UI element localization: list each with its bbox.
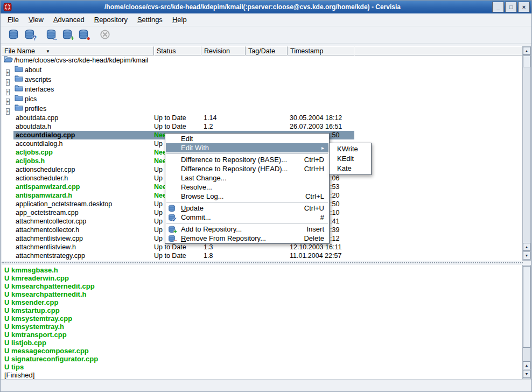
maximize-button[interactable]: □ xyxy=(505,2,517,12)
context-menu-item-difference-to-repository-base[interactable]: Difference to Repository (BASE)...Ctrl+D xyxy=(166,155,328,164)
column-header-revision[interactable]: Revision xyxy=(201,46,246,55)
context-menu-item-remove-from-repository[interactable]: −Remove From Repository...Delete xyxy=(166,234,328,243)
menu-item-label: Edit With xyxy=(181,144,318,152)
context-menu-item-difference-to-repository-head[interactable]: Difference to Repository (HEAD)...Ctrl+H xyxy=(166,164,328,173)
submenu-item-kate[interactable]: Kate xyxy=(330,164,371,173)
context-menu-item-edit-with[interactable]: Edit With▸ xyxy=(166,143,328,152)
menubar-item-help[interactable]: Help xyxy=(167,14,192,25)
table-row-aboutdata-cpp[interactable]: aboutdata.cppUp to Date1.1430.05.2004 18… xyxy=(2,114,523,122)
title-bar[interactable]: /home/cloose/cvs-src/kde-head/kdepim/kma… xyxy=(1,1,531,13)
file-name: aboutdata.cpp xyxy=(16,114,58,122)
column-header-file-name[interactable]: File Name▼ xyxy=(2,46,154,55)
toolbar-button-4[interactable]: ● xyxy=(76,27,91,42)
menubar-item-repository[interactable]: Repository xyxy=(89,14,132,25)
toolbar-button-1[interactable]: ? xyxy=(22,27,37,42)
output-line: U kmstartup.cpp xyxy=(4,306,523,314)
menubar-item-file[interactable]: File xyxy=(3,14,24,25)
file-timestamp-fragment: :53 xyxy=(330,183,339,191)
file-timestamp-fragment: :41 xyxy=(330,217,339,226)
file-status: Up to Date xyxy=(154,122,186,131)
menubar-item-settings[interactable]: Settings xyxy=(132,14,167,25)
folder-row-avscripts[interactable]: +avscripts xyxy=(2,75,523,85)
tree-scrollbar[interactable]: ▲ ▲ ▼ xyxy=(522,46,531,261)
menu-shortcut: Delete xyxy=(304,234,324,242)
folder-row-pics[interactable]: +pics xyxy=(2,94,523,104)
icon-badge: ? xyxy=(33,35,37,41)
add-icon: + xyxy=(62,29,73,40)
toolbar-button-2[interactable]: → xyxy=(44,27,59,42)
output-line: U kmsystemtray.cpp xyxy=(4,314,523,323)
output-scrollbar[interactable]: ▲ ▼ xyxy=(522,265,531,379)
file-status: Up xyxy=(154,139,163,148)
scroll-down-icon[interactable]: ▼ xyxy=(523,370,530,378)
cervisia-window: /home/cloose/cvs-src/kde-head/kdepim/kma… xyxy=(0,0,532,392)
panel-splitter[interactable] xyxy=(1,261,532,265)
table-row-attachmentstrategy-cpp[interactable]: attachmentstrategy.cppUp to Date1.811.01… xyxy=(2,251,523,260)
icon-badge: − xyxy=(173,237,177,244)
scrollbar-thumb[interactable] xyxy=(523,55,530,67)
minimize-button[interactable]: _ xyxy=(492,2,504,12)
checkout-icon xyxy=(8,29,19,40)
output-line: U tips xyxy=(4,363,523,371)
menubar-item-view[interactable]: View xyxy=(24,14,48,25)
output-line: U kmtransport.cpp xyxy=(4,331,523,339)
tree-root-row[interactable]: /home/cloose/cvs-src/kde-head/kdepim/kma… xyxy=(2,55,523,65)
scrollbar-thumb[interactable] xyxy=(523,266,530,348)
folder-row-profiles[interactable]: +profiles xyxy=(2,104,523,114)
toolbar-button-5 xyxy=(97,27,113,42)
column-header-timestamp[interactable]: Timestamp xyxy=(288,46,354,55)
scroll-up-icon[interactable]: ▲ xyxy=(523,243,530,251)
output-line: U kmmsgbase.h xyxy=(4,266,523,274)
column-header-status[interactable]: Status xyxy=(154,46,201,55)
folder-row-interfaces[interactable]: +interfaces xyxy=(2,85,523,94)
close-button[interactable]: × xyxy=(518,2,530,12)
file-timestamp-fragment: :10 xyxy=(330,208,339,217)
file-status: Up to Date xyxy=(154,251,186,260)
file-status: Up xyxy=(154,174,163,183)
file-name: antispamwizard.h xyxy=(16,191,72,200)
folder-name: pics xyxy=(25,94,37,104)
output-line: U signatureconfigurator.cpp xyxy=(4,355,523,363)
scroll-down-icon[interactable]: ▼ xyxy=(523,251,530,260)
cvs-output-panel[interactable]: U kmmsgbase.hU kmreaderwin.cppU kmsearch… xyxy=(2,265,523,379)
context-menu-item-last-change[interactable]: Last Change... xyxy=(166,173,328,183)
file-timestamp-fragment: :06 xyxy=(330,174,339,183)
menu-shortcut: # xyxy=(320,213,324,221)
remove-icon: − xyxy=(168,235,181,242)
add-icon: + xyxy=(168,226,176,233)
file-status: Up xyxy=(154,226,163,234)
menu-separator xyxy=(166,202,328,202)
column-header-tag-date[interactable]: Tag/Date xyxy=(246,46,288,55)
file-timestamp-fragment: :39 xyxy=(330,226,339,234)
submenu-item-kedit[interactable]: KEdit xyxy=(330,154,371,164)
scroll-up-icon[interactable]: ▲ xyxy=(523,47,530,55)
context-menu-item-browse-log[interactable]: Browse Log...Ctrl+L xyxy=(166,192,328,201)
context-menu-item-add-to-repository[interactable]: +Add to Repository...Insert xyxy=(166,225,328,234)
file-name: application_octetstream.desktop xyxy=(16,200,112,208)
context-menu-item-update[interactable]: UpdateCtrl+U xyxy=(166,204,328,213)
column-header-label: Tag/Date xyxy=(248,47,275,55)
context-menu-item-resolve[interactable]: Resolve... xyxy=(166,183,328,192)
menubar-item-advanced[interactable]: Advanced xyxy=(48,14,89,25)
sort-indicator-icon: ▼ xyxy=(46,49,50,54)
context-menu-item-commit[interactable]: ✓Commit...# xyxy=(166,213,328,222)
table-row-aboutdata-h[interactable]: aboutdata.hUp to Date1.226.07.2003 16:51 xyxy=(2,122,523,131)
file-name: antispamwizard.cpp xyxy=(16,183,80,191)
file-timestamp: 11.01.2004 22:57 xyxy=(290,251,341,260)
submenu-item-kwrite[interactable]: KWrite xyxy=(330,144,371,154)
column-header-filler xyxy=(354,46,523,55)
output-line: U kmsearchpatternedit.cpp xyxy=(4,282,523,290)
context-menu-item-edit[interactable]: Edit xyxy=(166,134,328,143)
file-status: Up xyxy=(154,165,163,174)
table-row-attachmentlistview-h[interactable]: attachmentlistview.hUp to Date1.312.10.2… xyxy=(2,243,523,251)
folder-name: interfaces xyxy=(25,85,54,94)
folder-row-about[interactable]: +about xyxy=(2,65,523,75)
file-timestamp-fragment: :12 xyxy=(330,234,339,243)
file-timestamp: 30.05.2004 18:12 xyxy=(290,114,342,122)
folder-icon xyxy=(15,85,23,94)
toolbar: ?→+● xyxy=(1,26,531,44)
scroll-up-icon[interactable]: ▲ xyxy=(523,361,530,369)
remove-icon: − xyxy=(168,235,176,242)
toolbar-button-3[interactable]: + xyxy=(60,27,75,42)
toolbar-button-0[interactable] xyxy=(6,27,21,42)
